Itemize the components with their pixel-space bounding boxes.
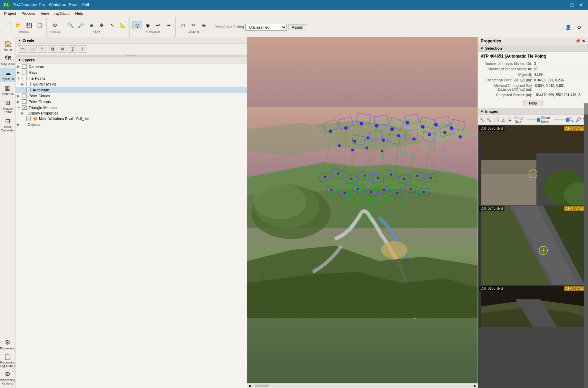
image-size-slider[interactable]	[527, 119, 540, 120]
layer-objects[interactable]: ▶ Objects	[16, 122, 247, 127]
triangle-meshes-expand[interactable]: ▼	[17, 106, 21, 109]
point-clouds-checkbox[interactable]	[22, 93, 27, 98]
gcps-expand[interactable]: ▶	[21, 82, 26, 86]
point-clouds-expand[interactable]: ▶	[17, 94, 21, 98]
zoom-in-img-btn[interactable]: 🔍	[568, 117, 574, 122]
sidebar-item-processing[interactable]: ⚙ Processing	[0, 337, 15, 351]
pan-button[interactable]: ✥	[97, 21, 107, 29]
new-button[interactable]: 📄	[3, 21, 13, 29]
properties-pin-btn[interactable]: 📌	[575, 39, 580, 43]
image-thumbnail-3[interactable]: DJI_0168.JPG ATP: 464651	[479, 286, 587, 327]
layer-point-clouds[interactable]: ▶ Point Clouds	[16, 93, 247, 99]
rays-checkbox[interactable]	[22, 70, 27, 74]
nav2-button[interactable]: ◉	[143, 21, 153, 29]
maximize-btn[interactable]: □	[569, 2, 576, 8]
point-groups-checkbox[interactable]	[22, 99, 27, 104]
zoom-in-button[interactable]: 🔍	[66, 21, 76, 29]
layer-triangle-meshes[interactable]: ▼ ✓ Triangle Meshes	[16, 105, 247, 110]
viewport-3d[interactable]: Z X Y ◀ ▶	[247, 37, 478, 388]
zoom-level-thumb[interactable]	[566, 118, 569, 122]
cameras-expand[interactable]: ▶	[17, 65, 21, 68]
display-properties-expand[interactable]: ▶	[21, 111, 26, 115]
clip1-button[interactable]: ⊓	[178, 21, 188, 29]
select-button[interactable]: ↖	[107, 21, 117, 29]
layer-gcps[interactable]: ▶ GCPs / MTPs	[16, 81, 247, 87]
scroll-right-btn[interactable]: ▶	[473, 384, 478, 388]
sidebar-item-volumes[interactable]: ▦ Volumes	[0, 83, 16, 97]
images-scrollbar[interactable]	[584, 103, 588, 388]
minimize-btn[interactable]: ─	[560, 2, 567, 8]
create-btn-1[interactable]: ▭	[18, 45, 27, 53]
img-tool-3[interactable]: ⬜	[493, 116, 499, 123]
sidebar-item-log[interactable]: 📋 Processing Log Output	[0, 351, 15, 369]
create-btn-3[interactable]: ⊢	[38, 45, 47, 53]
clip2-button[interactable]: ✂	[189, 21, 198, 29]
scroll-left-btn[interactable]: ◀	[247, 384, 252, 388]
process-button[interactable]: ⚙	[50, 21, 60, 29]
properties-button[interactable]: 📋	[35, 21, 44, 29]
layer-mesh-file[interactable]: ▶ ✓ 🔶 Mesh Waitahora Road - Full_sim	[16, 116, 247, 122]
image-thumbnail-1[interactable]: DJI_0376.JPG ATP: 464651	[479, 126, 587, 205]
objects-expand[interactable]: ▶	[17, 123, 21, 126]
save-button[interactable]: 💾	[24, 21, 34, 29]
nav1-button[interactable]: ◎	[133, 21, 142, 29]
tie-points-expand[interactable]: ▼	[17, 77, 21, 80]
rays-expand[interactable]: ▶	[17, 71, 21, 74]
clip3-button[interactable]: ⊕	[199, 21, 209, 29]
layers-header[interactable]: ▼ Layers	[16, 57, 247, 63]
nav4-button[interactable]: ↪	[164, 21, 173, 29]
sidebar-item-index[interactable]: ⊟ Index Calculator	[0, 116, 16, 133]
image-thumbnail-2[interactable]: DJI_0243.JPG ATP: 464651	[479, 206, 587, 285]
nav3-button[interactable]: ↩	[153, 21, 163, 29]
menu-help[interactable]: Help	[72, 11, 86, 16]
create-header[interactable]: ▼ Create	[16, 37, 247, 44]
layer-cameras[interactable]: ▶ Cameras	[16, 63, 247, 69]
create-btn-4[interactable]: ⊠	[48, 45, 57, 53]
assign-button[interactable]: Assign	[288, 24, 307, 30]
automatic-checkbox[interactable]: ✓	[26, 88, 31, 92]
help-button[interactable]: Help	[523, 100, 543, 106]
images-section-header[interactable]: ▼ Images	[478, 108, 588, 115]
layer-point-groups[interactable]: ▶ Point Groups	[16, 99, 247, 105]
zoom-level-slider[interactable]	[554, 119, 567, 120]
img-tool-1[interactable]: 🔧	[479, 116, 485, 123]
sidebar-item-mosaic[interactable]: ⊞ Mosaic Editor	[0, 98, 16, 115]
tie-points-checkbox[interactable]	[22, 76, 27, 80]
img-tool-4[interactable]: △	[501, 116, 506, 123]
cameras-checkbox[interactable]	[22, 64, 27, 69]
mesh-checkbox[interactable]: ✓	[26, 117, 31, 121]
triangle-meshes-checkbox[interactable]: ✓	[22, 105, 27, 110]
menu-process[interactable]: Process	[19, 11, 38, 16]
open-button[interactable]: 📂	[14, 21, 23, 29]
viewport-scrollbar[interactable]: ◀ ▶	[247, 383, 478, 388]
classification-dropdown[interactable]: Unclassified Ground Building Vegetation …	[245, 24, 287, 31]
zoom-out-button[interactable]: 🔎	[76, 21, 86, 29]
create-btn-5[interactable]: ⊗	[58, 45, 67, 53]
fit-button[interactable]: ⊞	[87, 21, 96, 29]
properties-close-btn[interactable]: ✕	[582, 39, 585, 43]
img-tool-2[interactable]: 🔨	[486, 116, 492, 123]
menu-project[interactable]: Project	[1, 11, 19, 16]
layer-tie-points[interactable]: ▼ Tie Points	[16, 75, 247, 81]
close-btn[interactable]: ✕	[577, 2, 585, 8]
img-tool-5[interactable]: ⇅	[507, 116, 512, 123]
create-btn-7[interactable]: ⊥	[78, 45, 87, 53]
menu-raycloud[interactable]: rayCloud	[52, 11, 72, 16]
layer-display-properties[interactable]: ▶ Display Properties	[16, 110, 247, 116]
zoom-out-img-btn[interactable]: 🔎	[575, 117, 581, 122]
scroll-thumb[interactable]	[255, 385, 269, 387]
sidebar-item-mapview[interactable]: 🗺 Map View	[0, 53, 16, 67]
selection-section-header[interactable]: ▼ Selection	[478, 45, 588, 52]
images-scroll-thumb[interactable]	[584, 104, 588, 115]
user-button[interactable]: 👤	[563, 23, 573, 31]
point-groups-expand[interactable]: ▶	[17, 100, 21, 103]
image-size-thumb[interactable]	[537, 118, 540, 122]
settings-icon-button[interactable]: ⚙	[574, 23, 584, 31]
create-btn-2[interactable]: □	[28, 45, 37, 53]
measure-button[interactable]: 📐	[118, 21, 127, 29]
sidebar-item-raycloud[interactable]: ☁ rayCloud	[0, 68, 16, 82]
create-btn-6[interactable]: ⌶	[68, 45, 77, 53]
gcps-checkbox[interactable]	[26, 82, 31, 86]
layer-rays[interactable]: ▶ Rays	[16, 69, 247, 75]
sidebar-item-home[interactable]: 🏠 Home	[0, 39, 16, 53]
